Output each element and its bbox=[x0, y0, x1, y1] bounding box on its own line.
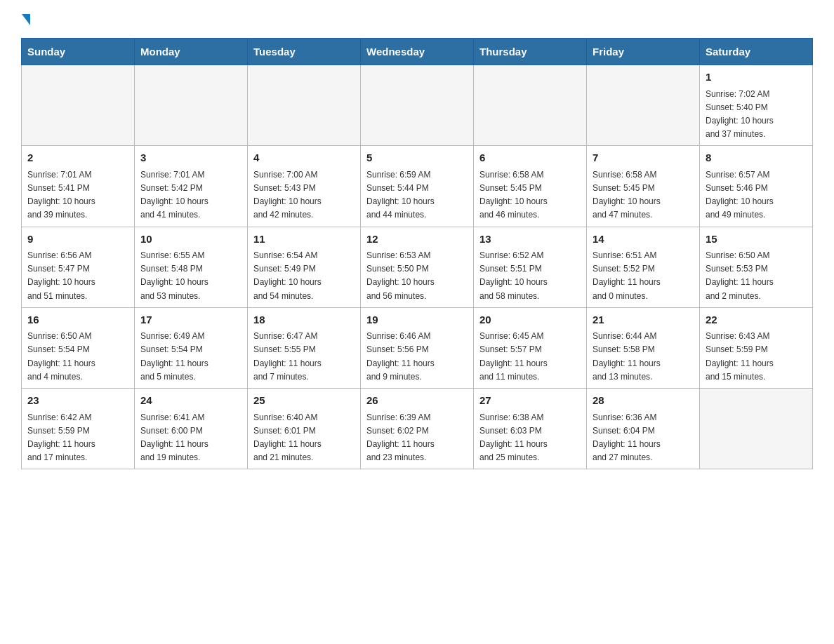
day-info: Sunrise: 6:59 AMSunset: 5:44 PMDaylight:… bbox=[366, 168, 468, 222]
day-number: 25 bbox=[253, 393, 355, 409]
calendar-table: SundayMondayTuesdayWednesdayThursdayFrid… bbox=[21, 38, 813, 469]
day-number: 9 bbox=[27, 232, 128, 248]
day-number: 18 bbox=[253, 312, 355, 328]
calendar-week-row: 23Sunrise: 6:42 AMSunset: 5:59 PMDayligh… bbox=[22, 389, 813, 469]
day-number: 12 bbox=[366, 232, 468, 248]
day-number: 24 bbox=[140, 393, 241, 409]
day-info: Sunrise: 7:02 AMSunset: 5:40 PMDaylight:… bbox=[706, 88, 807, 142]
day-number: 8 bbox=[706, 150, 807, 166]
day-number: 16 bbox=[27, 312, 128, 328]
day-number: 17 bbox=[140, 312, 241, 328]
calendar-week-row: 9Sunrise: 6:56 AMSunset: 5:47 PMDaylight… bbox=[22, 227, 813, 307]
day-info: Sunrise: 6:49 AMSunset: 5:54 PMDaylight:… bbox=[140, 330, 241, 384]
day-info: Sunrise: 6:55 AMSunset: 5:48 PMDaylight:… bbox=[140, 249, 241, 303]
day-info: Sunrise: 6:41 AMSunset: 6:00 PMDaylight:… bbox=[140, 411, 241, 465]
day-info: Sunrise: 6:53 AMSunset: 5:50 PMDaylight:… bbox=[366, 249, 468, 303]
day-number: 14 bbox=[593, 232, 694, 248]
calendar-cell: 4Sunrise: 7:00 AMSunset: 5:43 PMDaylight… bbox=[248, 146, 361, 227]
calendar-cell: 20Sunrise: 6:45 AMSunset: 5:57 PMDayligh… bbox=[474, 307, 587, 388]
day-info: Sunrise: 6:45 AMSunset: 5:57 PMDaylight:… bbox=[479, 330, 581, 384]
calendar-cell: 16Sunrise: 6:50 AMSunset: 5:54 PMDayligh… bbox=[22, 307, 135, 388]
day-info: Sunrise: 6:42 AMSunset: 5:59 PMDaylight:… bbox=[27, 411, 128, 465]
day-number: 28 bbox=[593, 393, 694, 409]
calendar-cell bbox=[22, 65, 135, 146]
calendar-cell: 26Sunrise: 6:39 AMSunset: 6:02 PMDayligh… bbox=[361, 389, 474, 469]
day-number: 15 bbox=[706, 232, 807, 248]
calendar-cell: 7Sunrise: 6:58 AMSunset: 5:45 PMDaylight… bbox=[587, 146, 700, 227]
day-info: Sunrise: 6:51 AMSunset: 5:52 PMDaylight:… bbox=[593, 249, 694, 303]
calendar-body: 1Sunrise: 7:02 AMSunset: 5:40 PMDaylight… bbox=[22, 65, 813, 469]
calendar-cell bbox=[587, 65, 700, 146]
weekday-header-tuesday: Tuesday bbox=[248, 39, 361, 65]
day-info: Sunrise: 6:36 AMSunset: 6:04 PMDaylight:… bbox=[593, 411, 694, 465]
logo-triangle-icon bbox=[22, 14, 30, 25]
day-info: Sunrise: 6:46 AMSunset: 5:56 PMDaylight:… bbox=[366, 330, 468, 384]
day-info: Sunrise: 6:50 AMSunset: 5:53 PMDaylight:… bbox=[706, 249, 807, 303]
calendar-cell: 10Sunrise: 6:55 AMSunset: 5:48 PMDayligh… bbox=[135, 227, 248, 307]
calendar-cell bbox=[248, 65, 361, 146]
calendar-cell bbox=[361, 65, 474, 146]
calendar-cell: 5Sunrise: 6:59 AMSunset: 5:44 PMDaylight… bbox=[361, 146, 474, 227]
day-number: 5 bbox=[366, 150, 468, 166]
day-info: Sunrise: 6:39 AMSunset: 6:02 PMDaylight:… bbox=[366, 411, 468, 465]
day-number: 3 bbox=[140, 150, 241, 166]
calendar-week-row: 2Sunrise: 7:01 AMSunset: 5:41 PMDaylight… bbox=[22, 146, 813, 227]
day-number: 6 bbox=[479, 150, 581, 166]
calendar-header: SundayMondayTuesdayWednesdayThursdayFrid… bbox=[22, 39, 813, 65]
calendar-cell: 13Sunrise: 6:52 AMSunset: 5:51 PMDayligh… bbox=[474, 227, 587, 307]
calendar-cell: 23Sunrise: 6:42 AMSunset: 5:59 PMDayligh… bbox=[22, 389, 135, 469]
calendar-cell: 27Sunrise: 6:38 AMSunset: 6:03 PMDayligh… bbox=[474, 389, 587, 469]
day-info: Sunrise: 6:58 AMSunset: 5:45 PMDaylight:… bbox=[593, 168, 694, 222]
weekday-header-friday: Friday bbox=[587, 39, 700, 65]
calendar-cell bbox=[135, 65, 248, 146]
calendar-cell: 12Sunrise: 6:53 AMSunset: 5:50 PMDayligh… bbox=[361, 227, 474, 307]
day-number: 19 bbox=[366, 312, 468, 328]
day-info: Sunrise: 6:50 AMSunset: 5:54 PMDaylight:… bbox=[27, 330, 128, 384]
day-info: Sunrise: 6:54 AMSunset: 5:49 PMDaylight:… bbox=[253, 249, 355, 303]
day-info: Sunrise: 7:00 AMSunset: 5:43 PMDaylight:… bbox=[253, 168, 355, 222]
day-info: Sunrise: 6:56 AMSunset: 5:47 PMDaylight:… bbox=[27, 249, 128, 303]
calendar-cell: 18Sunrise: 6:47 AMSunset: 5:55 PMDayligh… bbox=[248, 307, 361, 388]
calendar-cell: 25Sunrise: 6:40 AMSunset: 6:01 PMDayligh… bbox=[248, 389, 361, 469]
calendar-cell: 19Sunrise: 6:46 AMSunset: 5:56 PMDayligh… bbox=[361, 307, 474, 388]
calendar-cell: 14Sunrise: 6:51 AMSunset: 5:52 PMDayligh… bbox=[587, 227, 700, 307]
calendar-week-row: 1Sunrise: 7:02 AMSunset: 5:40 PMDaylight… bbox=[22, 65, 813, 146]
weekday-header-row: SundayMondayTuesdayWednesdayThursdayFrid… bbox=[22, 39, 813, 65]
calendar-cell: 15Sunrise: 6:50 AMSunset: 5:53 PMDayligh… bbox=[700, 227, 813, 307]
day-number: 2 bbox=[27, 150, 128, 166]
day-number: 21 bbox=[593, 312, 694, 328]
weekday-header-thursday: Thursday bbox=[474, 39, 587, 65]
day-info: Sunrise: 7:01 AMSunset: 5:41 PMDaylight:… bbox=[27, 168, 128, 222]
day-number: 23 bbox=[27, 393, 128, 409]
calendar-cell bbox=[474, 65, 587, 146]
calendar-cell: 21Sunrise: 6:44 AMSunset: 5:58 PMDayligh… bbox=[587, 307, 700, 388]
day-number: 11 bbox=[253, 232, 355, 248]
calendar-cell: 9Sunrise: 6:56 AMSunset: 5:47 PMDaylight… bbox=[22, 227, 135, 307]
calendar-cell: 1Sunrise: 7:02 AMSunset: 5:40 PMDaylight… bbox=[700, 65, 813, 146]
weekday-header-wednesday: Wednesday bbox=[361, 39, 474, 65]
day-number: 10 bbox=[140, 232, 241, 248]
calendar-cell: 17Sunrise: 6:49 AMSunset: 5:54 PMDayligh… bbox=[135, 307, 248, 388]
day-info: Sunrise: 6:47 AMSunset: 5:55 PMDaylight:… bbox=[253, 330, 355, 384]
calendar-cell: 11Sunrise: 6:54 AMSunset: 5:49 PMDayligh… bbox=[248, 227, 361, 307]
day-info: Sunrise: 6:38 AMSunset: 6:03 PMDaylight:… bbox=[479, 411, 581, 465]
day-number: 22 bbox=[706, 312, 807, 328]
day-number: 13 bbox=[479, 232, 581, 248]
calendar-cell: 2Sunrise: 7:01 AMSunset: 5:41 PMDaylight… bbox=[22, 146, 135, 227]
weekday-header-monday: Monday bbox=[135, 39, 248, 65]
day-number: 27 bbox=[479, 393, 581, 409]
day-info: Sunrise: 6:43 AMSunset: 5:59 PMDaylight:… bbox=[706, 330, 807, 384]
day-number: 20 bbox=[479, 312, 581, 328]
logo bbox=[21, 14, 30, 24]
day-info: Sunrise: 6:52 AMSunset: 5:51 PMDaylight:… bbox=[479, 249, 581, 303]
calendar-cell: 28Sunrise: 6:36 AMSunset: 6:04 PMDayligh… bbox=[587, 389, 700, 469]
calendar-cell: 24Sunrise: 6:41 AMSunset: 6:00 PMDayligh… bbox=[135, 389, 248, 469]
day-info: Sunrise: 6:58 AMSunset: 5:45 PMDaylight:… bbox=[479, 168, 581, 222]
day-number: 4 bbox=[253, 150, 355, 166]
day-number: 7 bbox=[593, 150, 694, 166]
page-header bbox=[21, 14, 813, 24]
weekday-header-saturday: Saturday bbox=[700, 39, 813, 65]
weekday-header-sunday: Sunday bbox=[22, 39, 135, 65]
calendar-cell: 8Sunrise: 6:57 AMSunset: 5:46 PMDaylight… bbox=[700, 146, 813, 227]
day-info: Sunrise: 6:44 AMSunset: 5:58 PMDaylight:… bbox=[593, 330, 694, 384]
